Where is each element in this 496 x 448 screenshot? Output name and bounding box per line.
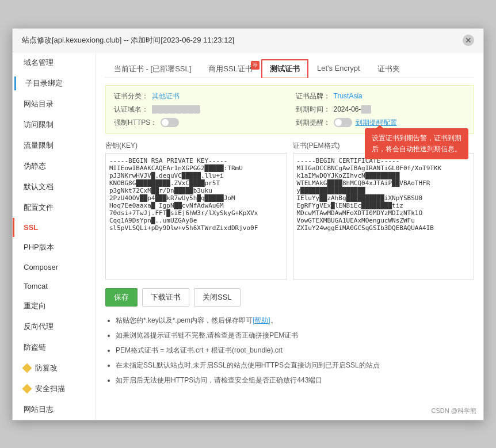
sidebar-item-rewrite[interactable]: 伪静态 [13,156,96,177]
https-toggle[interactable] [161,118,179,127]
sidebar-item-label: 子目录绑定 [25,79,63,87]
sidebar-item-label: 防盗链 [24,343,46,351]
cert-type-label: 证书分类： [114,91,148,101]
sidebar-item-proxy[interactable]: 反向代理 [13,316,96,337]
cert-panel-wrap: 证书(PEM格式) -----BEGIN CERTIFICATE----- MI… [293,141,475,281]
modal-body: 域名管理 子目录绑定 网站目录 访问限制 流量限制 伪静态 [13,52,483,420]
tab-lets-encrypt[interactable]: Let's Encrypt [308,59,369,78]
tooltip-text: 设置证书到期告警，证书到期后，将会自动推送到期信息。 [372,134,461,153]
sidebar-item-label: 网站目录 [24,99,54,108]
tooltip-box: 设置证书到期告警，证书到期后，将会自动推送到期信息。 [365,128,468,159]
sidebar-item-webdir[interactable]: 网站目录 [13,94,96,114]
sidebar-item-tomcat[interactable]: Tomcat [13,277,96,296]
note-item-1: 粘贴您的*.key以及*.pem内容，然后保存即可[帮助]。 [116,313,474,327]
sidebar-item-label: 安全扫描 [35,384,65,393]
sidebar-item-label: Composer [24,263,58,271]
note-item-2: 如果浏览器提示证书链不完整,请检查是否正确拼接PEM证书 [116,328,474,342]
tab-badge: 荐 [251,61,260,70]
modal-header: 站点修改[api.kexuexiong.club] -- 添加时间[2023-0… [13,29,483,52]
note-item-4: 在未指定SSL默认站点时,未开启SSL的站点使用HTTPS会直接访问到已开启SS… [116,358,474,372]
close-button[interactable]: ✕ [463,35,474,46]
sidebar-item-traffic[interactable]: 流量限制 [13,135,96,156]
cert-brand-value: TrustAsia [334,92,363,100]
sidebar-item-label: 配置文件 [24,203,54,212]
sidebar-item-antitamper[interactable]: 防篡改 [13,358,96,378]
sidebar-item-label: 网站日志 [24,405,54,413]
tab-cert-folder[interactable]: 证书夹 [369,59,409,78]
sidebar-item-label: SSL [24,223,38,232]
cert-textarea[interactable]: -----BEGIN CERTIFICATE----- MIIGaDCCBNCg… [293,153,475,279]
sidebar-item-domain[interactable]: 域名管理 [13,52,96,73]
modal-title: 站点修改[api.kexuexiong.club] -- 添加时间[2023-0… [22,35,234,45]
diamond-icon [22,363,32,373]
save-button[interactable]: 保存 [105,288,138,307]
key-panel-label: 密钥(KEY) [105,141,287,151]
cert-expire-row: 到期时间： 2024-06-██ [296,105,466,114]
sidebar-item-php[interactable]: PHP版本 [13,237,96,258]
watermark: CSDN @科学熊 [432,407,476,415]
sidebar-item-label: 重定向 [24,301,46,310]
key-textarea[interactable]: -----BEGIN RSA PRIVATE KEY----- MIIEowIB… [105,153,287,279]
key-cert-panels: 密钥(KEY) -----BEGIN RSA PRIVATE KEY----- … [105,141,474,281]
sidebar-item-label: 流量限制 [24,141,54,150]
notes-section: 粘贴您的*.key以及*.pem内容，然后保存即可[帮助]。 如果浏览器提示证书… [105,313,474,387]
cert-info-panel: 证书分类： 其他证书 证书品牌： TrustAsia 认证域名： ███████… [105,85,474,134]
sidebar-item-config[interactable]: 配置文件 [13,197,96,218]
sidebar-item-hotlink[interactable]: 防盗链 [13,337,96,358]
subdir-indicator [14,76,16,90]
sidebar-item-label: 反向代理 [24,322,54,331]
cert-type-value: 其他证书 [152,91,180,101]
button-row: 保存 下载证书 关闭SSL [105,288,474,307]
sidebar-item-defaultdoc[interactable]: 默认文档 [13,177,96,197]
sidebar-item-label: Tomcat [24,282,48,290]
sidebar-item-ssl[interactable]: SSL [13,218,96,237]
sidebar-item-label: 伪静态 [24,162,46,170]
cert-brand-row: 证书品牌： TrustAsia [296,91,466,101]
cert-auth-label: 认证域名： [114,105,148,114]
sidebar-item-label: 默认文档 [24,182,54,191]
tab-commercial-ssl[interactable]: 商用SSL证书 荐 [200,59,261,78]
sidebar-item-security-scan[interactable]: 安全扫描 [13,378,96,399]
tabs: 当前证书 - [已部署SSL] 商用SSL证书 荐 测试证书 Let's Enc… [105,59,474,78]
sidebar-item-redirect[interactable]: 重定向 [13,296,96,316]
modal: 站点修改[api.kexuexiong.club] -- 添加时间[2023-0… [12,28,484,420]
main-content: 当前证书 - [已部署SSL] 商用SSL证书 荐 测试证书 Let's Enc… [96,52,483,420]
cert-auth-value: ████████ [152,105,200,113]
sidebar-item-label: 访问限制 [24,120,54,129]
sidebar-item-site-log[interactable]: 网站日志 [13,399,96,420]
help-link[interactable]: [帮助] [253,316,270,324]
key-panel-wrap: 密钥(KEY) -----BEGIN RSA PRIVATE KEY----- … [105,141,287,281]
cert-auth-row: 认证域名： ████████ [114,105,284,114]
note-item-5: 如开启后无法使用HTTPS访问，请检查安全组是否正确放行443端口 [116,373,474,387]
sidebar-item-subdir[interactable]: 子目录绑定 [13,73,96,94]
sidebar-item-label: PHP版本 [24,243,54,251]
diamond-icon [22,384,32,394]
close-ssl-button[interactable]: 关闭SSL [194,288,241,307]
sidebar: 域名管理 子目录绑定 网站目录 访问限制 流量限制 伪静态 [13,52,96,420]
sidebar-item-label: 防篡改 [35,363,58,372]
cert-expire-label: 到期时间： [296,105,330,114]
cert-expire-value: 2024-06-██ [334,105,371,113]
remind-toggle[interactable] [334,118,352,127]
cert-type-row: 证书分类： 其他证书 [114,91,284,101]
sidebar-item-composer[interactable]: Composer [13,258,96,277]
sidebar-item-label: 域名管理 [24,58,54,67]
sidebar-item-access[interactable]: 访问限制 [13,114,96,135]
note-item-3: PEM格式证书 = 域名证书.crt + 根证书(root_bundle).cr… [116,343,474,357]
cert-remind-label: 到期提醒： [296,118,330,128]
download-cert-button[interactable]: 下载证书 [142,288,189,307]
cert-https-label: 强制HTTPS： [114,118,157,128]
tab-current-cert[interactable]: 当前证书 - [已部署SSL] [105,59,200,78]
cert-brand-label: 证书品牌： [296,91,330,101]
tab-test-cert[interactable]: 测试证书 [261,59,308,78]
cert-https-row: 强制HTTPS： [114,118,284,128]
modal-overlay: 站点修改[api.kexuexiong.club] -- 添加时间[2023-0… [0,0,496,448]
